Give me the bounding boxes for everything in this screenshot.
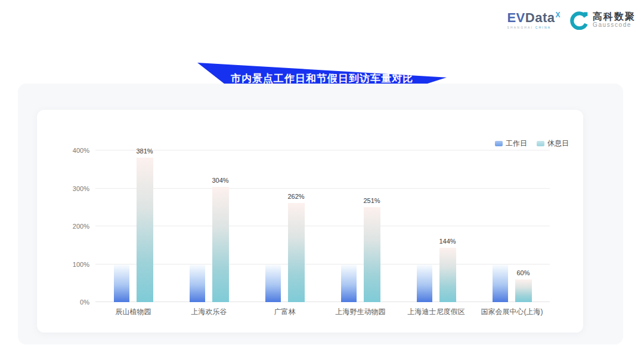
evdata-ev: EV — [507, 11, 525, 26]
plot-columns: 381%304%262%251%144%60% — [95, 150, 550, 302]
evdata-subtext-shanghai: SHANGHAI — [507, 26, 535, 29]
bar-column: 304% — [171, 150, 247, 302]
evdata-x-icon: X — [555, 11, 561, 19]
x-axis-category-label: 国家会展中心(上海) — [474, 307, 550, 317]
header-logos: EVDataX SHANGHAI CHINA 高科数聚 Gausscode — [507, 11, 636, 30]
x-axis-category-label: 辰山植物园 — [95, 307, 171, 317]
y-axis-tick-label: 100% — [73, 261, 89, 268]
y-axis-tick-label: 0% — [80, 299, 89, 306]
bar-value-label: 262% — [287, 193, 304, 200]
bar-value-label: 304% — [212, 177, 228, 184]
evdata-subtext-china: CHINA — [535, 26, 552, 29]
evdata-logo: EVDataX SHANGHAI CHINA — [507, 11, 561, 29]
gausscode-ring-icon — [570, 11, 589, 30]
content-panel: 工作日 休息日 0%100%200%300%400% 381%304%262%2… — [18, 84, 623, 344]
x-axis-category-label: 广富林 — [247, 307, 323, 317]
workday-bar[interactable] — [265, 264, 281, 303]
restday-bar[interactable]: 304% — [212, 187, 229, 302]
bar-value-label: 60% — [516, 269, 530, 276]
chart-card: 工作日 休息日 0%100%200%300%400% 381%304%262%2… — [37, 110, 583, 333]
y-axis-tick-label: 200% — [73, 223, 89, 230]
bar-column: 60% — [474, 150, 550, 302]
evdata-data: Data — [525, 11, 555, 26]
x-axis-category-label: 上海野生动物园 — [323, 307, 398, 317]
gausscode-cn-name: 高科数聚 — [593, 12, 636, 22]
legend-item-workday[interactable]: 工作日 — [495, 139, 527, 149]
restday-bar[interactable]: 60% — [515, 279, 532, 302]
gausscode-logo: 高科数聚 Gausscode — [570, 11, 636, 30]
bar-column: 381% — [95, 150, 171, 302]
workday-bar[interactable] — [493, 264, 508, 303]
x-axis-labels: 辰山植物园上海欢乐谷广富林上海野生动物园上海迪士尼度假区国家会展中心(上海) — [95, 307, 550, 317]
gausscode-en-name: Gausscode — [593, 22, 636, 29]
chart-plot-area: 0%100%200%300%400% 381%304%262%251%144%6… — [95, 150, 550, 302]
legend-item-restday[interactable]: 休息日 — [537, 139, 569, 149]
bar-value-label: 144% — [439, 238, 456, 245]
chart-legend: 工作日 休息日 — [495, 139, 569, 149]
evdata-subtext: SHANGHAI CHINA — [507, 26, 561, 29]
x-axis-category-label: 上海欢乐谷 — [171, 307, 247, 317]
restday-swatch-icon — [537, 141, 544, 146]
bar-column: 262% — [247, 150, 323, 302]
bar-column: 144% — [398, 150, 474, 302]
workday-bar[interactable] — [417, 264, 432, 303]
bar-column: 251% — [323, 150, 398, 302]
restday-bar[interactable]: 381% — [137, 158, 153, 302]
y-axis-tick-label: 300% — [73, 185, 89, 192]
restday-bar[interactable]: 144% — [439, 248, 456, 302]
bar-value-label: 251% — [363, 197, 380, 204]
workday-bar[interactable] — [190, 264, 205, 303]
workday-bar[interactable] — [341, 264, 357, 303]
restday-bar[interactable]: 251% — [364, 207, 380, 302]
legend-label-restday: 休息日 — [547, 139, 569, 149]
workday-bar[interactable] — [114, 264, 129, 303]
x-axis-category-label: 上海迪士尼度假区 — [398, 307, 474, 317]
evdata-wordmark: EVDataX — [507, 11, 561, 24]
legend-label-workday: 工作日 — [506, 139, 527, 149]
workday-swatch-icon — [495, 141, 503, 146]
bar-value-label: 381% — [136, 147, 153, 155]
y-axis-tick-label: 400% — [73, 147, 89, 154]
restday-bar[interactable]: 262% — [288, 203, 305, 302]
gausscode-text: 高科数聚 Gausscode — [593, 12, 636, 28]
